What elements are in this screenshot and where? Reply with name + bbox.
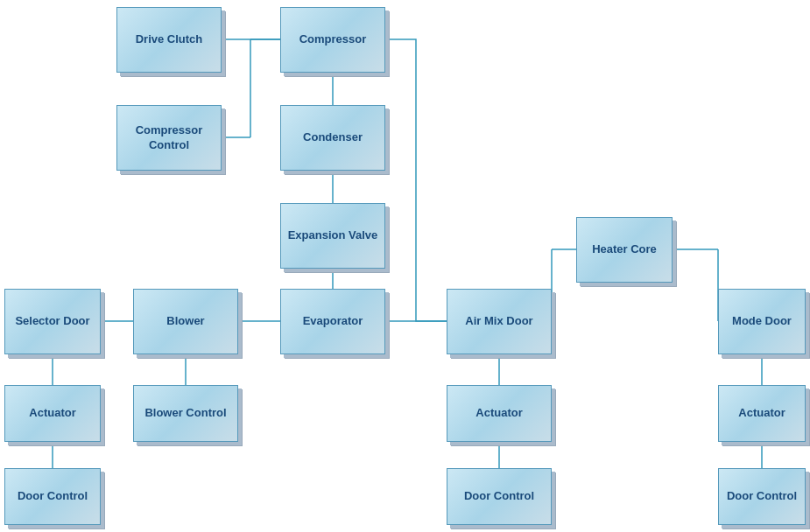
compressor-box: Compressor xyxy=(280,7,385,73)
diagram-container: Drive Clutch Compressor Compressor Contr… xyxy=(0,0,810,532)
connections-svg xyxy=(0,0,810,532)
actuator-1-box: Actuator xyxy=(4,385,101,442)
air-mix-door-box: Air Mix Door xyxy=(447,289,552,354)
actuator-2-box: Actuator xyxy=(447,385,552,442)
compressor-control-box: Compressor Control xyxy=(116,105,222,171)
expansion-valve-box: Expansion Valve xyxy=(280,203,385,269)
evaporator-box: Evaporator xyxy=(280,289,385,354)
door-control-3-box: Door Control xyxy=(718,468,806,525)
door-control-1-box: Door Control xyxy=(4,468,101,525)
heater-core-box: Heater Core xyxy=(576,217,673,283)
blower-box: Blower xyxy=(133,289,238,354)
door-control-2-box: Door Control xyxy=(447,468,552,525)
mode-door-box: Mode Door xyxy=(718,289,806,354)
blower-control-box: Blower Control xyxy=(133,385,238,442)
actuator-3-box: Actuator xyxy=(718,385,806,442)
drive-clutch-box: Drive Clutch xyxy=(116,7,222,73)
condenser-box: Condenser xyxy=(280,105,385,171)
selector-door-box: Selector Door xyxy=(4,289,101,354)
